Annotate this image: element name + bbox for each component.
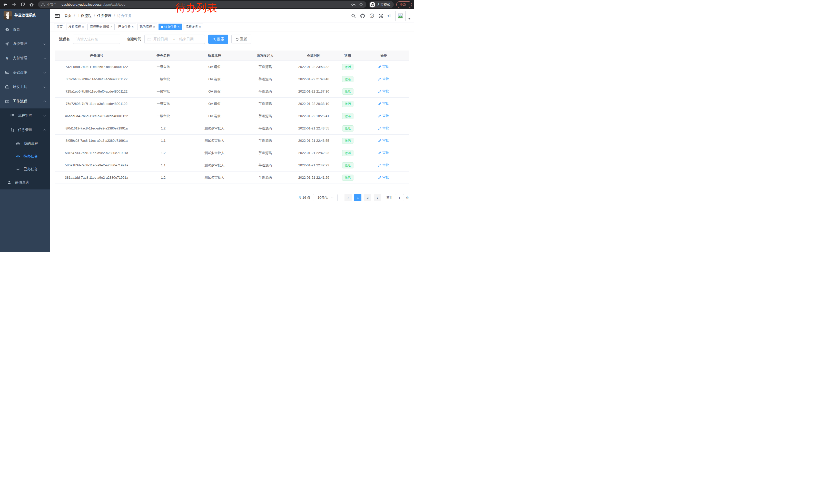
process-name-input[interactable] — [73, 35, 120, 44]
table-row: 75d72608-7b7f-11ec-a3c8-acde48001122 一级审… — [55, 98, 409, 110]
goto-page-input[interactable] — [395, 194, 404, 201]
pencil-icon — [378, 164, 381, 167]
security-label: 不安全 — [47, 2, 57, 7]
breadcrumb-task-management[interactable]: 任务管理 — [97, 13, 112, 18]
approve-link[interactable]: 审批 — [378, 77, 389, 81]
password-key-icon[interactable] — [351, 3, 356, 7]
breadcrumb-home[interactable]: 首页 — [65, 13, 72, 18]
github-icon[interactable] — [360, 13, 365, 18]
eye-open-icon — [16, 154, 20, 158]
start-date-placeholder[interactable]: 开始日期 — [153, 37, 168, 42]
approve-link[interactable]: 审批 — [378, 113, 389, 118]
cell-task-id: a6aba0a4-7b6d-11ec-b781-acde48001122 — [55, 114, 138, 118]
avatar[interactable] — [395, 11, 406, 21]
browser-forward-button[interactable] — [11, 1, 17, 8]
approve-link[interactable]: 审批 — [378, 138, 389, 143]
page-button-2[interactable]: 2 — [364, 194, 371, 201]
date-range-picker[interactable]: 开始日期 - 结束日期 — [144, 35, 205, 44]
approve-link[interactable]: 审批 — [378, 89, 389, 94]
cell-process: OA 请假 — [189, 101, 240, 106]
tab-process-form-edit[interactable]: 流程表单-编辑 × — [87, 24, 115, 30]
search-icon[interactable] — [351, 13, 356, 18]
tab-done-tasks[interactable]: 已办任务 × — [116, 24, 136, 30]
reload-icon — [20, 2, 25, 7]
page-size-select[interactable]: 10条/页 — [313, 194, 338, 201]
sidebar-item-my-process[interactable]: 我的流程 — [0, 137, 50, 150]
app-logo-row[interactable]: 芋道管理系统 — [0, 9, 50, 22]
tab-todo-tasks[interactable]: 待办任务 × — [159, 24, 182, 30]
cell-process: OA 请假 — [189, 77, 240, 82]
list-tree-icon — [10, 113, 14, 118]
table-row: a6aba0a4-7b6d-11ec-b781-acde48001122 一级审… — [55, 110, 409, 122]
cell-task-id: 580e1b3d-7ac8-11ec-a9e2-a2380e71991a — [55, 163, 138, 167]
close-icon[interactable]: × — [199, 26, 201, 29]
breadcrumb-workflow[interactable]: 工作流程 — [77, 13, 92, 18]
table-row: 069c6a63-7b8a-11ec-8ef0-acde48001122 一级审… — [55, 73, 409, 85]
sidebar-item-label: 请假查询 — [15, 180, 29, 185]
end-date-placeholder[interactable]: 结束日期 — [179, 37, 194, 42]
search-button[interactable]: 搜索 — [208, 35, 228, 44]
cell-create-time: 2022-01-21 22:42:23 — [290, 151, 337, 155]
approve-link[interactable]: 审批 — [378, 175, 389, 180]
sidebar-item-label: 支付管理 — [13, 56, 27, 60]
sidebar-item-todo-tasks[interactable]: 待办任务 — [0, 150, 50, 163]
browser-home-button[interactable] — [28, 1, 35, 8]
cell-process: 测试多审批人 — [189, 151, 240, 155]
sidebar-item-done-tasks[interactable]: 已办任务 — [0, 163, 50, 176]
sidebar-item-leave-query[interactable]: 请假查询 — [0, 176, 50, 189]
next-page-button[interactable]: › — [374, 194, 381, 201]
status-badge: 激活 — [342, 150, 354, 156]
cell-process: OA 请假 — [189, 89, 240, 94]
table-row: 8f0d1619-7ac8-11ec-a9e2-a2380e71991a 1.2… — [55, 122, 409, 135]
browser-menu-icon[interactable] — [409, 3, 409, 6]
sidebar-collapse-icon[interactable] — [55, 14, 60, 18]
table-row: 580e1b3d-7ac8-11ec-a9e2-a2380e71991a 1.1… — [55, 159, 409, 172]
tab-process-detail[interactable]: 流程详情 × — [183, 24, 203, 30]
update-button[interactable]: 更新 — [396, 1, 412, 8]
broken-image-icon — [398, 13, 403, 19]
help-icon[interactable]: ? — [369, 13, 374, 18]
approve-link[interactable]: 审批 — [378, 101, 389, 106]
incognito-badge: 无痕模式 — [369, 1, 394, 8]
sidebar-item-home[interactable]: 首页 — [0, 22, 50, 37]
url-bar[interactable]: 不安全 dashboard.yudao.iocoder.cn/bpm/task/… — [38, 1, 366, 8]
chevron-up-icon — [44, 129, 46, 132]
cell-task-id: 75d72608-7b7f-11ec-a3c8-acde48001122 — [55, 102, 138, 106]
tab-my-process[interactable]: 我的流程 × — [137, 24, 157, 30]
browser-back-button[interactable] — [2, 1, 9, 8]
sidebar-item-system[interactable]: 系统管理 — [0, 37, 50, 51]
cell-create-time: 2022-01-22 23:53:32 — [290, 65, 337, 69]
tab-home[interactable]: 首页 — [54, 24, 65, 30]
prev-page-button[interactable]: ‹ — [344, 194, 352, 201]
sidebar-item-task-management[interactable]: 任务管理 — [0, 123, 50, 137]
close-icon[interactable]: × — [178, 26, 179, 29]
approve-link[interactable]: 审批 — [378, 163, 389, 168]
main-content: 流程名 创建时间 开始日期 - 结束日期 搜索 重置 任务编号 任务名称 所属流… — [50, 31, 414, 252]
cell-create-time: 2022-01-22 21:37:30 — [290, 89, 337, 93]
tab-start-process[interactable]: 发起流程 × — [66, 24, 86, 30]
cell-task-id: 725a1eb6-7b88-11ec-8ef0-acde48001122 — [55, 89, 138, 93]
sidebar-item-devtools[interactable]: 研发工具 — [0, 80, 50, 94]
cell-initiator: 芋道源码 — [240, 126, 290, 131]
close-icon[interactable]: × — [82, 26, 84, 29]
reset-button[interactable]: 重置 — [232, 35, 251, 44]
page-button-1[interactable]: 1 — [354, 194, 362, 201]
cell-process: 测试多审批人 — [189, 126, 240, 131]
close-icon[interactable]: × — [111, 26, 112, 29]
sidebar-item-workflow[interactable]: 工作流程 — [0, 94, 50, 108]
cell-create-time: 2022-01-21 22:41:29 — [290, 176, 337, 179]
table-row: 73211d9d-7b9b-11ec-b5b7-acde48001122 一级审… — [55, 61, 409, 73]
browser-reload-button[interactable] — [19, 1, 26, 8]
font-size-icon[interactable]: TT — [387, 14, 391, 18]
approve-link[interactable]: 审批 — [378, 126, 389, 131]
bookmark-star-icon[interactable] — [359, 2, 363, 7]
close-icon[interactable]: × — [132, 26, 134, 29]
fullscreen-icon[interactable] — [379, 13, 383, 18]
close-icon[interactable]: × — [153, 26, 155, 29]
sidebar-item-infrastructure[interactable]: 基础设施 — [0, 65, 50, 80]
sidebar-item-payment[interactable]: ¥ 支付管理 — [0, 51, 50, 65]
approve-link[interactable]: 审批 — [378, 150, 389, 155]
avatar-dropdown-caret[interactable] — [408, 18, 410, 19]
sidebar-item-process-management[interactable]: 流程管理 — [0, 108, 50, 123]
approve-link[interactable]: 审批 — [378, 64, 389, 69]
